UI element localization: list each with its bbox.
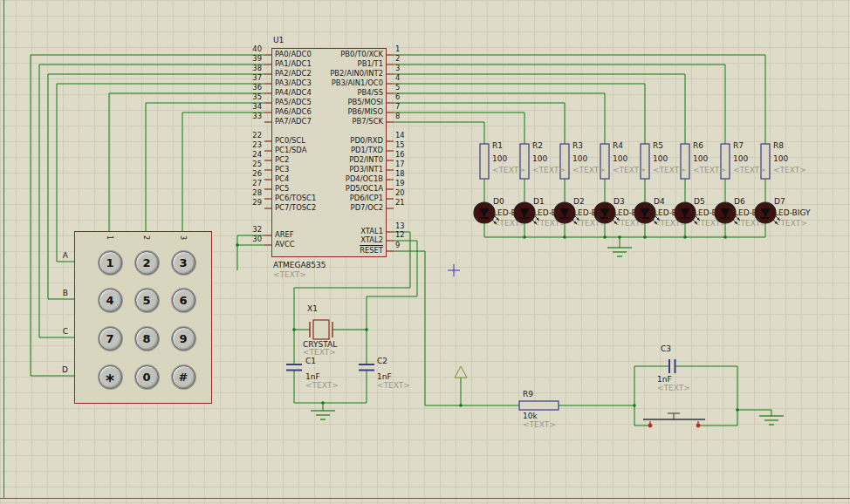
keypad-row-label: D bbox=[56, 365, 68, 374]
keypad-key-4[interactable]: 4 bbox=[99, 289, 122, 312]
led-ref-label[interactable]: D5 bbox=[694, 197, 705, 206]
cap-c2-ref-label[interactable]: C2 bbox=[377, 357, 387, 365]
keypad-col-label: 2 bbox=[142, 235, 150, 240]
resistor-r9-ref-label[interactable]: R9 bbox=[523, 390, 533, 398]
pin-number: 19 bbox=[395, 180, 405, 187]
led-ref-label[interactable]: D7 bbox=[774, 197, 785, 206]
crystal-ref-label[interactable]: X1 bbox=[307, 304, 318, 313]
push-button[interactable] bbox=[643, 413, 705, 427]
pin-number: 15 bbox=[395, 141, 405, 149]
keypad-key-1[interactable]: 1 bbox=[99, 251, 122, 275]
keypad-key-2[interactable]: 2 bbox=[135, 251, 159, 275]
pin-name-label: PA7/ADC7 bbox=[275, 118, 312, 126]
pin-name-label: XTAL1 bbox=[324, 228, 383, 235]
resistor-text-placeholder: <TEXT> bbox=[613, 166, 646, 174]
keypad-row-label: A bbox=[56, 251, 68, 260]
keypad-key-#[interactable]: # bbox=[172, 365, 195, 389]
origin-marker-icon bbox=[448, 264, 460, 276]
led-ref-label[interactable]: D2 bbox=[573, 197, 585, 206]
pin-number: 34 bbox=[240, 103, 262, 111]
resistor-ref-label[interactable]: R4 bbox=[613, 141, 623, 150]
pin-number: 35 bbox=[240, 93, 262, 101]
wire-pb-to-resistor[interactable] bbox=[394, 93, 605, 144]
pin-number: 30 bbox=[240, 235, 262, 243]
led-ref-label[interactable]: D0 bbox=[493, 197, 504, 206]
cap-c3-value-label: 1nF bbox=[657, 375, 672, 384]
resistor-r9-body[interactable] bbox=[519, 401, 559, 410]
pin-number: 2 bbox=[395, 55, 400, 63]
resistor-value-label: 100 bbox=[572, 154, 587, 163]
pin-name-label: XTAL2 bbox=[324, 236, 383, 244]
keypad[interactable]: 123456789*0#123 bbox=[74, 231, 212, 404]
keypad-key-7[interactable]: 7 bbox=[99, 327, 122, 351]
led-ref-label[interactable]: D1 bbox=[533, 197, 545, 206]
keypad-key-6[interactable]: 6 bbox=[172, 289, 195, 312]
resistor-r9-text-placeholder: <TEXT> bbox=[523, 420, 556, 429]
crystal-symbol[interactable] bbox=[310, 320, 332, 339]
resistor-ref-label[interactable]: R5 bbox=[653, 141, 663, 150]
wire-pb-to-resistor[interactable] bbox=[394, 103, 565, 144]
resistor-ref-label[interactable]: R1 bbox=[492, 141, 503, 150]
wire-pb-to-resistor[interactable] bbox=[394, 112, 524, 144]
pin-number: 29 bbox=[240, 199, 262, 207]
junction-dot bbox=[643, 235, 647, 239]
cap-c1-ref-label[interactable]: C1 bbox=[305, 357, 316, 365]
keypad-key-5[interactable]: 5 bbox=[135, 289, 159, 312]
pin-name-label: PA3/ADC3 bbox=[275, 79, 312, 87]
pin-number: 37 bbox=[240, 74, 262, 82]
wire-pb-to-resistor[interactable] bbox=[394, 65, 725, 144]
resistor-body[interactable] bbox=[480, 144, 489, 179]
ground-symbol-right bbox=[759, 416, 784, 425]
keypad-key-8[interactable]: 8 bbox=[135, 327, 159, 351]
resistor-ref-label[interactable]: R3 bbox=[572, 141, 583, 150]
resistor-text-placeholder: <TEXT> bbox=[572, 166, 606, 174]
led-ref-label[interactable]: D6 bbox=[734, 197, 745, 206]
resistor-ref-label[interactable]: R7 bbox=[733, 141, 744, 150]
pin-name-label: RESET bbox=[324, 247, 383, 255]
resistor-text-placeholder: <TEXT> bbox=[693, 166, 726, 174]
resistor-value-label: 100 bbox=[613, 154, 627, 163]
keypad-key-3[interactable]: 3 bbox=[172, 251, 195, 275]
pin-number: 33 bbox=[240, 112, 262, 120]
keypad-key-*[interactable]: * bbox=[99, 365, 122, 389]
pin-name-label: PA0/ADC0 bbox=[275, 51, 312, 58]
schematic-canvas[interactable]: 123456789*0#123 U1 ATMEGA8535 <TEXT> X1 … bbox=[0, 0, 850, 504]
pin-number: 6 bbox=[395, 93, 400, 101]
wire-pb-to-resistor[interactable] bbox=[394, 122, 484, 144]
resistor-text-placeholder: <TEXT> bbox=[733, 166, 766, 174]
chip-ref-label[interactable]: U1 bbox=[273, 36, 284, 44]
capacitor-c1[interactable] bbox=[286, 364, 302, 371]
pin-number: 17 bbox=[395, 160, 405, 168]
pin-name-label: PA4/ADC4 bbox=[275, 89, 312, 97]
pin-number: 39 bbox=[240, 55, 262, 63]
pin-number: 40 bbox=[240, 45, 262, 53]
pin-name-label: PC5 bbox=[275, 185, 289, 193]
ground-symbol-leds bbox=[607, 248, 632, 256]
keypad-key-0[interactable]: 0 bbox=[135, 365, 159, 389]
pin-name-label: AVCC bbox=[275, 241, 295, 249]
pin-name-label: PD2/INT0 bbox=[324, 156, 383, 164]
resistor-ref-label[interactable]: R6 bbox=[693, 141, 703, 150]
resistor-ref-label[interactable]: R2 bbox=[532, 141, 543, 150]
wire-pb-to-resistor[interactable] bbox=[394, 55, 765, 144]
resistor-value-label: 100 bbox=[773, 154, 788, 163]
pin-name-label: PD1/TXD bbox=[324, 146, 383, 154]
keypad-col-label: 1 bbox=[106, 235, 113, 240]
resistor-ref-label[interactable]: R8 bbox=[773, 141, 784, 150]
pin-name-label: PA2/ADC2 bbox=[275, 70, 312, 78]
pin-name-label: PB4/SS bbox=[324, 89, 383, 97]
led-ref-label[interactable]: D4 bbox=[654, 197, 665, 206]
pin-name-label: PC2 bbox=[275, 156, 289, 164]
led-ref-label[interactable]: D3 bbox=[614, 197, 625, 206]
capacitor-c2[interactable] bbox=[359, 364, 374, 371]
keypad-key-9[interactable]: 9 bbox=[172, 327, 195, 351]
resistor-value-label: 100 bbox=[532, 154, 547, 163]
cap-c1-text-placeholder: <TEXT> bbox=[305, 381, 339, 390]
wire-pb-to-resistor[interactable] bbox=[394, 84, 645, 144]
junction-dot bbox=[603, 235, 607, 239]
pin-number: 36 bbox=[240, 84, 262, 92]
wire-pb-to-resistor[interactable] bbox=[394, 74, 685, 144]
cap-c3-ref-label[interactable]: C3 bbox=[661, 344, 671, 353]
pin-number: 38 bbox=[240, 65, 262, 72]
capacitor-c3[interactable] bbox=[669, 359, 675, 373]
